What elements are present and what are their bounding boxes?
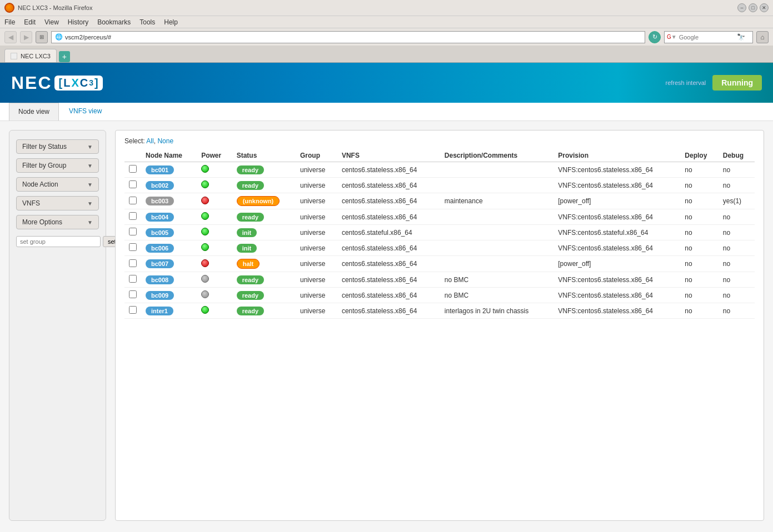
row-checkbox[interactable] bbox=[129, 306, 137, 314]
tab-node-view[interactable]: Node view bbox=[9, 103, 59, 121]
provision-cell: VNFS:centos6.stateless.x86_64 bbox=[553, 162, 680, 178]
set-group-input[interactable] bbox=[16, 236, 101, 247]
filter-group-button[interactable]: Filter by Group ▼ bbox=[16, 158, 99, 173]
row-checkbox[interactable] bbox=[129, 212, 137, 220]
provision-cell: [power_off] bbox=[553, 256, 680, 272]
deploy-cell: no bbox=[680, 193, 718, 209]
forward-button[interactable]: ▶ bbox=[20, 31, 32, 43]
row-checkbox[interactable] bbox=[129, 290, 137, 298]
refresh-button[interactable]: ↻ bbox=[649, 31, 661, 43]
row-checkbox[interactable] bbox=[129, 165, 137, 173]
vnfs-cell: centos6.stateless.x86_64 bbox=[337, 162, 440, 178]
more-options-label: More Options bbox=[22, 218, 62, 226]
row-checkbox[interactable] bbox=[129, 243, 137, 251]
node-name-badge[interactable]: bc001 bbox=[146, 165, 174, 174]
vnfs-cell: centos6.stateless.x86_64 bbox=[337, 303, 440, 319]
col-checkbox bbox=[124, 149, 141, 162]
node-name-badge[interactable]: bc004 bbox=[146, 213, 174, 222]
nec-logo: NEC [ L X C 3 ] bbox=[11, 73, 103, 93]
power-indicator bbox=[201, 275, 209, 283]
deploy-cell: no bbox=[680, 162, 718, 178]
row-checkbox[interactable] bbox=[129, 259, 137, 267]
select-all-link[interactable]: All bbox=[146, 137, 153, 145]
row-checkbox[interactable] bbox=[129, 275, 137, 283]
description-cell bbox=[440, 178, 553, 193]
menu-history[interactable]: History bbox=[68, 18, 88, 26]
vnfs-cell: centos6.stateless.x86_64 bbox=[337, 193, 440, 209]
vnfs-label: VNFS bbox=[22, 199, 40, 207]
maximize-button[interactable]: □ bbox=[749, 3, 757, 12]
menu-bookmarks[interactable]: Bookmarks bbox=[97, 18, 131, 26]
status-badge: ready bbox=[237, 291, 264, 300]
power-indicator bbox=[201, 228, 209, 235]
menu-tools[interactable]: Tools bbox=[139, 18, 155, 26]
provision-cell: VNFS:centos6.stateless.x86_64 bbox=[553, 272, 680, 288]
debug-cell: no bbox=[719, 240, 755, 256]
node-action-button[interactable]: Node Action ▼ bbox=[16, 177, 99, 192]
col-group: Group bbox=[296, 149, 337, 162]
lxc-letter-l: L bbox=[63, 77, 70, 89]
node-name-badge[interactable]: bc002 bbox=[146, 181, 174, 190]
description-cell bbox=[440, 209, 553, 225]
group-cell: universe bbox=[296, 272, 337, 288]
filter-status-button[interactable]: Filter by Status ▼ bbox=[16, 139, 99, 154]
search-input[interactable] bbox=[679, 34, 735, 41]
vnfs-button[interactable]: VNFS ▼ bbox=[16, 196, 99, 210]
col-provision: Provision bbox=[553, 149, 680, 162]
vnfs-cell: centos6.stateless.x86_64 bbox=[337, 288, 440, 303]
table-row: bc003(unknown)universecentos6.stateless.… bbox=[124, 193, 755, 209]
status-badge: init bbox=[237, 244, 257, 253]
status-badge: ready bbox=[237, 181, 264, 190]
table-row: bc006inituniversecentos6.stateless.x86_6… bbox=[124, 240, 755, 256]
row-checkbox[interactable] bbox=[129, 180, 137, 188]
node-name-badge[interactable]: bc006 bbox=[146, 244, 174, 253]
menu-edit[interactable]: Edit bbox=[24, 18, 36, 26]
node-name-badge[interactable]: bc009 bbox=[146, 291, 174, 300]
close-button[interactable]: ✕ bbox=[760, 3, 769, 12]
table-row: bc008readyuniversecentos6.stateless.x86_… bbox=[124, 272, 755, 288]
add-tab-button[interactable]: + bbox=[59, 51, 70, 62]
node-name-badge[interactable]: bc003 bbox=[146, 197, 174, 205]
deploy-cell: no bbox=[680, 256, 718, 272]
vnfs-cell: centos6.stateful.x86_64 bbox=[337, 225, 440, 240]
menu-view[interactable]: View bbox=[44, 18, 59, 26]
node-name-badge[interactable]: bc008 bbox=[146, 275, 174, 284]
tab-label: NEC LXC3 bbox=[21, 53, 51, 59]
vnfs-cell: centos6.stateless.x86_64 bbox=[337, 272, 440, 288]
menu-help[interactable]: Help bbox=[164, 18, 178, 26]
nodes-table: Node Name Power Status Group VNFS Descri… bbox=[124, 149, 755, 319]
row-checkbox[interactable] bbox=[129, 228, 137, 235]
provision-cell: [power_off] bbox=[553, 193, 680, 209]
firefox-logo-icon bbox=[4, 3, 14, 13]
node-name-badge[interactable]: bc007 bbox=[146, 259, 174, 268]
sidebar: Filter by Status ▼ Filter by Group ▼ Nod… bbox=[9, 130, 106, 521]
group-cell: universe bbox=[296, 209, 337, 225]
filter-status-label: Filter by Status bbox=[22, 143, 67, 150]
table-row: bc001readyuniversecentos6.stateless.x86_… bbox=[124, 162, 755, 178]
back-button[interactable]: ◀ bbox=[4, 31, 17, 43]
tabs-button[interactable]: ⊞ bbox=[36, 31, 48, 43]
provision-cell: VNFS:centos6.stateless.x86_64 bbox=[553, 209, 680, 225]
bracket-right: ] bbox=[94, 77, 98, 89]
running-badge[interactable]: Running bbox=[712, 75, 762, 91]
col-status: Status bbox=[232, 149, 296, 162]
node-name-badge[interactable]: inter1 bbox=[146, 307, 173, 315]
deploy-cell: no bbox=[680, 178, 718, 193]
row-checkbox[interactable] bbox=[129, 197, 137, 204]
select-none-link[interactable]: None bbox=[157, 137, 173, 145]
menu-file[interactable]: File bbox=[4, 18, 15, 26]
tab-vnfs-view[interactable]: VNFS view bbox=[60, 103, 111, 121]
deploy-cell: no bbox=[680, 288, 718, 303]
app-nav-tabs: Node view VNFS view bbox=[0, 103, 773, 121]
vnfs-cell: centos6.stateless.x86_64 bbox=[337, 178, 440, 193]
group-cell: universe bbox=[296, 225, 337, 240]
browser-tab-nec[interactable]: NEC LXC3 bbox=[4, 49, 57, 62]
url-bar[interactable]: 🌐 vscm2/perceus/# bbox=[51, 31, 645, 43]
more-options-button[interactable]: More Options ▼ bbox=[16, 215, 99, 229]
main-content: Filter by Status ▼ Filter by Group ▼ Nod… bbox=[0, 121, 773, 530]
minimize-button[interactable]: – bbox=[737, 3, 746, 12]
home-button[interactable]: ⌂ bbox=[756, 31, 769, 43]
power-indicator bbox=[201, 290, 209, 298]
node-name-badge[interactable]: bc005 bbox=[146, 228, 174, 237]
deploy-cell: no bbox=[680, 272, 718, 288]
